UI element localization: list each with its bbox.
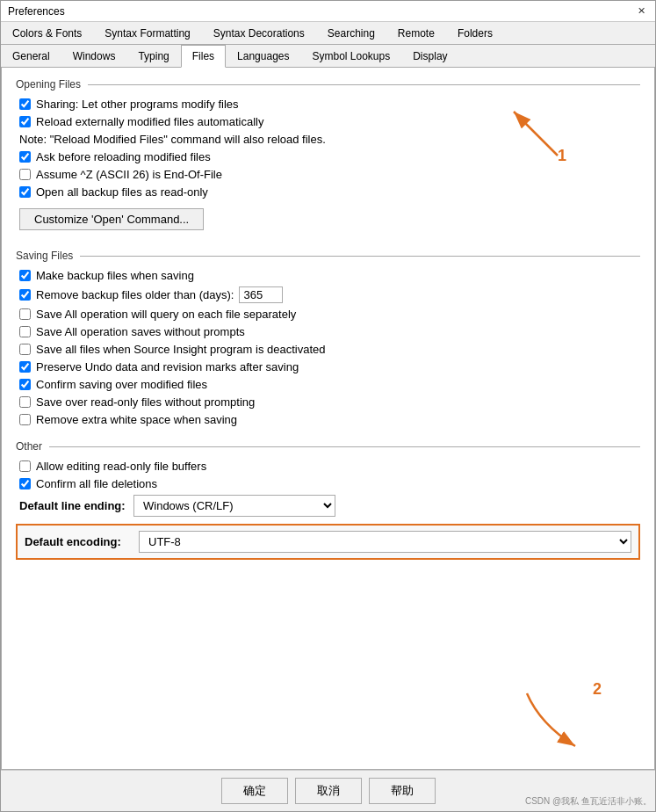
ask-reload-checkbox[interactable] [19,151,31,163]
checkbox-save-all-no-prompt: Save All operation saves without prompts [16,325,640,338]
days-input[interactable] [239,286,283,303]
tab-row-1: Colors & Fonts Syntax Formatting Syntax … [1,22,655,45]
checkbox-ask-reload: Ask before reloading modified files [16,150,640,163]
confirm-delete-checkbox[interactable] [19,478,31,489]
saving-files-section: Saving Files Make backup files when savi… [16,250,640,426]
checkbox-make-backup: Make backup files when saving [16,269,640,282]
checkbox-sharing: Sharing: Let other programs modify files [16,98,640,111]
checkbox-preserve-undo: Preserve Undo data and revision marks af… [16,360,640,373]
tab-rows: Colors & Fonts Syntax Formatting Syntax … [1,22,655,68]
save-all-no-prompt-label[interactable]: Save All operation saves without prompts [36,325,245,338]
encoding-row: Default encoding: UTF-8 UTF-16 ANSI ASCI… [16,524,640,560]
close-button[interactable]: ✕ [634,4,648,18]
assume-eof-checkbox[interactable] [19,169,31,180]
allow-editing-label[interactable]: Allow editing read-only file buffers [36,460,206,473]
tab-typing[interactable]: Typing [126,45,180,68]
tab-folders[interactable]: Folders [446,22,504,45]
checkbox-save-all-query: Save All operation will query on each fi… [16,308,640,321]
footer: 确定 取消 帮助 CSDN @我私 鱼瓦近活非小账。 [1,770,655,811]
cancel-button[interactable]: 取消 [295,778,362,804]
tab-syntax-formatting[interactable]: Syntax Formatting [93,22,201,45]
save-readonly-label[interactable]: Save over read-only files without prompt… [36,395,255,409]
tab-general[interactable]: General [1,45,61,68]
main-content: Opening Files Sharing: Let other program… [1,68,655,770]
preferences-window: Preferences ✕ Colors & Fonts Syntax Form… [0,0,656,812]
checkbox-confirm-delete: Confirm all file deletions [16,477,640,490]
make-backup-checkbox[interactable] [19,270,31,281]
other-label: Other [16,440,640,453]
line-ending-row: Default line ending: Windows (CR/LF) Uni… [16,495,640,517]
allow-editing-checkbox[interactable] [19,460,31,472]
checkbox-reload: Reload externally modified files automat… [16,115,640,128]
reload-label[interactable]: Reload externally modified files automat… [36,115,263,128]
checkbox-save-deactivated: Save all files when Source Insight progr… [16,343,640,356]
annotation-num-2: 2 [593,680,602,698]
confirm-delete-label[interactable]: Confirm all file deletions [36,477,157,490]
remove-backup-label[interactable]: Remove backup files older than (days): [36,288,234,301]
sharing-label[interactable]: Sharing: Let other programs modify files [36,98,239,111]
window-controls: ✕ [634,4,648,18]
tab-languages[interactable]: Languages [226,45,300,68]
assume-eof-label[interactable]: Assume ^Z (ASCII 26) is End-Of-File [36,168,222,181]
watermark: CSDN @我私 鱼瓦近活非小账。 [525,795,652,808]
tab-syntax-decorations[interactable]: Syntax Decorations [202,22,316,45]
save-deactivated-checkbox[interactable] [19,344,31,355]
open-backup-checkbox[interactable] [19,186,31,198]
checkbox-save-readonly: Save over read-only files without prompt… [16,395,640,409]
confirm-saving-label[interactable]: Confirm saving over modified files [36,378,207,391]
preserve-undo-checkbox[interactable] [19,361,31,373]
encoding-label: Default encoding: [25,535,139,548]
save-readonly-checkbox[interactable] [19,396,31,408]
saving-files-label: Saving Files [16,250,640,262]
ask-reload-label[interactable]: Ask before reloading modified files [36,150,211,163]
title-bar: Preferences ✕ [1,1,655,22]
remove-whitespace-label[interactable]: Remove extra white space when saving [36,413,237,426]
opening-files-section: Opening Files Sharing: Let other program… [16,78,640,236]
make-backup-label[interactable]: Make backup files when saving [36,269,194,282]
tab-colors-fonts[interactable]: Colors & Fonts [1,22,93,45]
save-all-no-prompt-checkbox[interactable] [19,326,31,337]
other-section: Other Allow editing read-only file buffe… [16,440,640,560]
checkbox-assume-eof: Assume ^Z (ASCII 26) is End-Of-File [16,168,640,181]
checkbox-open-backup: Open all backup files as read-only [16,185,640,199]
checkbox-allow-editing: Allow editing read-only file buffers [16,460,640,473]
checkbox-confirm-saving: Confirm saving over modified files [16,378,640,391]
encoding-select[interactable]: UTF-8 UTF-16 ANSI ASCII [139,531,631,553]
checkbox-remove-whitespace: Remove extra white space when saving [16,413,640,426]
tab-searching[interactable]: Searching [316,22,386,45]
save-deactivated-label[interactable]: Save all files when Source Insight progr… [36,343,326,356]
opening-files-label: Opening Files [16,78,640,91]
sharing-checkbox[interactable] [19,98,31,110]
confirm-saving-checkbox[interactable] [19,379,31,390]
tab-windows[interactable]: Windows [61,45,127,68]
remove-whitespace-checkbox[interactable] [19,414,31,425]
line-ending-label: Default line ending: [19,499,133,512]
window-title: Preferences [8,5,65,18]
reload-note: Note: "Reload Modified Files" command wi… [16,133,640,146]
tab-display[interactable]: Display [401,45,458,68]
reload-checkbox[interactable] [19,116,31,127]
save-all-query-checkbox[interactable] [19,308,31,320]
arrow-2-svg [523,689,602,759]
tab-row-2: General Windows Typing Files Languages S… [1,45,655,68]
customize-open-button[interactable]: Customize 'Open' Command... [19,208,204,230]
preserve-undo-label[interactable]: Preserve Undo data and revision marks af… [36,360,299,373]
remove-backup-checkbox[interactable] [19,289,31,301]
line-ending-select[interactable]: Windows (CR/LF) Unix (LF) Mac (CR) [133,495,335,517]
tab-symbol-lookups[interactable]: Symbol Lookups [300,45,401,68]
save-all-query-label[interactable]: Save All operation will query on each fi… [36,308,296,321]
annotation-2: 2 [593,680,602,699]
tab-files[interactable]: Files [181,45,226,68]
open-backup-label[interactable]: Open all backup files as read-only [36,185,208,199]
tab-remote[interactable]: Remote [386,22,446,45]
help-button[interactable]: 帮助 [369,778,436,804]
checkbox-remove-backup: Remove backup files older than (days): [16,286,640,303]
confirm-button[interactable]: 确定 [221,778,288,804]
